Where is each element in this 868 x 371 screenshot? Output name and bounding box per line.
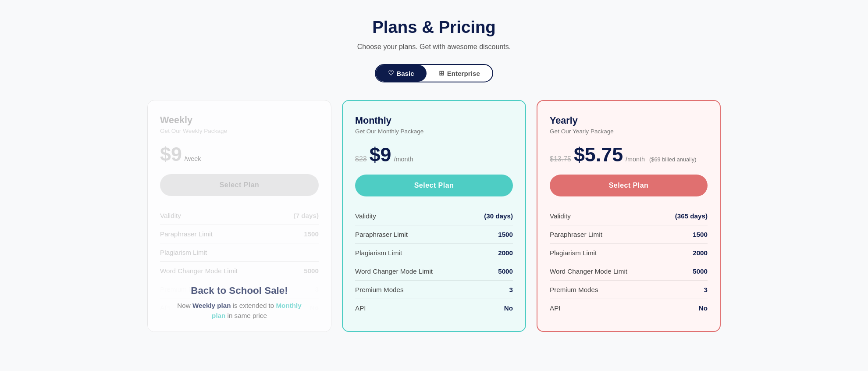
yearly-feature-premium: Premium Modes 3 [550,281,708,299]
monthly-feature-premium: Premium Modes 3 [355,281,513,299]
yearly-feature-api: API No [550,299,708,317]
page-subtitle: Choose your plans. Get with awesome disc… [357,43,511,51]
heart-icon [388,69,394,77]
monthly-feature-plagiarism: Plagiarism Limit 2000 [355,244,513,262]
weekly-price-row: $9 /week [160,143,319,165]
yearly-features-list: Validity (365 days) Paraphraser Limit 15… [550,207,708,317]
page-title: Plans & Pricing [372,18,496,37]
monthly-price-row: $23 $9 /month [355,143,513,166]
promo-text: Now Weekly plan is extended to Monthlypl… [160,301,319,321]
weekly-select-plan-button[interactable]: Select Plan [160,174,319,196]
monthly-plan-card: Monthly Get Our Monthly Package $23 $9 /… [342,100,526,332]
monthly-price-current: $9 [370,143,391,166]
promo-text-before: Now [177,302,192,309]
yearly-feature-validity: Validity (365 days) [550,207,708,225]
yearly-plan-tagline: Get Our Yearly Package [550,128,708,135]
monthly-price-period: /month [394,156,413,163]
yearly-price-current: $5.75 [574,143,623,166]
basic-toggle-btn[interactable]: Basic [376,65,427,82]
weekly-feature-paraphraser: Paraphraser Limit 1500 [160,225,319,243]
monthly-price-original: $23 [355,155,367,163]
yearly-select-plan-button[interactable]: Select Plan [550,175,708,196]
yearly-price-period: /month [626,156,645,163]
plan-type-toggle: Basic Enterprise [375,64,493,82]
promo-highlight-weekly: Weekly plan [192,302,231,309]
monthly-feature-validity: Validity (30 days) [355,207,513,225]
yearly-price-row: $13.75 $5.75 /month ($69 billed anually) [550,143,708,166]
monthly-feature-word-changer: Word Changer Mode Limit 5000 [355,262,513,281]
promo-text-after: in same price [225,312,267,319]
yearly-feature-plagiarism: Plagiarism Limit 2000 [550,244,708,262]
promo-title: Back to School Sale! [160,285,319,296]
promo-text-middle: is extended to [231,302,276,309]
monthly-feature-paraphraser: Paraphraser Limit 1500 [355,225,513,244]
enterprise-label: Enterprise [447,70,480,77]
weekly-plan-card: Weekly Get Our Weekly Package $9 /week S… [147,100,331,332]
monthly-features-list: Validity (30 days) Paraphraser Limit 150… [355,207,513,317]
yearly-price-billed: ($69 billed anually) [649,156,696,163]
monthly-feature-api: API No [355,299,513,317]
weekly-feature-validity: Validity (7 days) [160,207,319,225]
yearly-plan-name: Yearly [550,115,708,126]
enterprise-toggle-btn[interactable]: Enterprise [427,65,492,82]
yearly-feature-paraphraser: Paraphraser Limit 1500 [550,225,708,244]
monthly-plan-name: Monthly [355,115,513,126]
weekly-feature-plagiarism: Plagiarism Limit [160,243,319,262]
yearly-price-original: $13.75 [550,155,571,163]
promo-overlay: Back to School Sale! Now Weekly plan is … [148,275,331,332]
monthly-select-plan-button[interactable]: Select Plan [355,175,513,196]
basic-label: Basic [396,70,414,77]
weekly-price-period: /week [185,155,201,162]
weekly-plan-tagline: Get Our Weekly Package [160,128,319,134]
weekly-plan-name: Weekly [160,114,319,126]
yearly-feature-word-changer: Word Changer Mode Limit 5000 [550,262,708,281]
building-icon [439,69,445,77]
plans-container: Weekly Get Our Weekly Package $9 /week S… [127,100,741,332]
monthly-plan-tagline: Get Our Monthly Package [355,128,513,135]
weekly-price-current: $9 [160,143,182,165]
yearly-plan-card: Yearly Get Our Yearly Package $13.75 $5.… [537,100,721,332]
